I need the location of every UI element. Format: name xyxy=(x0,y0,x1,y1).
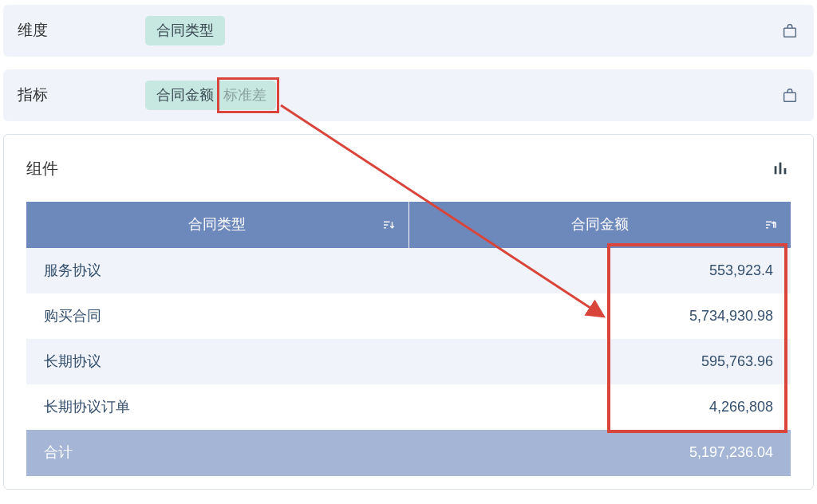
component-header: 组件 xyxy=(26,157,791,179)
footer-label: 合计 xyxy=(26,430,408,475)
sort-icon[interactable] xyxy=(381,218,396,232)
svg-rect-2 xyxy=(775,167,777,175)
cell-category: 购买合同 xyxy=(26,293,408,339)
sort-icon[interactable] xyxy=(764,218,778,232)
svg-rect-1 xyxy=(784,93,796,101)
dimension-chips: 合同类型 xyxy=(145,16,761,45)
metric-chip-primary: 合同金额 xyxy=(145,81,220,110)
cell-value: 5,734,930.98 xyxy=(408,293,791,339)
cell-value: 595,763.96 xyxy=(408,339,791,384)
config-icon[interactable] xyxy=(780,86,799,105)
svg-rect-4 xyxy=(784,168,787,174)
table-row: 长期协议595,763.96 xyxy=(26,339,791,384)
dimension-label: 维度 xyxy=(18,20,126,41)
cell-category: 长期协议 xyxy=(26,339,408,384)
cell-value: 553,923.4 xyxy=(408,248,791,293)
table-header-row: 合同类型 合同金额 xyxy=(26,202,791,247)
metric-row: 指标 合同金额 标准差 xyxy=(3,69,814,121)
table-row: 购买合同5,734,930.98 xyxy=(26,293,791,339)
metric-chip-suffix-stddev: 标准差 xyxy=(220,81,276,110)
table-row: 服务协议553,923.4 xyxy=(26,248,791,293)
chart-type-icon[interactable] xyxy=(770,158,791,179)
page-root: 维度 合同类型 指标 合同金额 标准差 组件 xyxy=(3,5,814,490)
col-header-value[interactable]: 合同金额 xyxy=(408,202,791,247)
table-footer-row: 合计 5,197,236.04 xyxy=(26,430,791,475)
config-icon[interactable] xyxy=(780,22,799,41)
footer-value: 5,197,236.04 xyxy=(408,430,791,475)
metric-chip-amount[interactable]: 合同金额 标准差 xyxy=(145,81,276,110)
cell-category: 服务协议 xyxy=(26,248,408,293)
svg-rect-0 xyxy=(784,28,796,37)
cell-value: 4,266,808 xyxy=(408,384,791,430)
metric-label: 指标 xyxy=(18,85,126,106)
dimension-chip-contract-type[interactable]: 合同类型 xyxy=(145,16,225,45)
cell-category: 长期协议订单 xyxy=(26,384,408,430)
data-table: 合同类型 合同金额 xyxy=(26,202,791,475)
svg-rect-3 xyxy=(780,163,782,175)
component-panel: 组件 合同类型 xyxy=(3,134,814,489)
table-row: 长期协议订单4,266,808 xyxy=(26,384,791,430)
col-header-category[interactable]: 合同类型 xyxy=(26,202,408,247)
component-title: 组件 xyxy=(26,157,58,179)
dimension-row: 维度 合同类型 xyxy=(3,5,814,57)
metric-chips: 合同金额 标准差 xyxy=(145,81,761,110)
